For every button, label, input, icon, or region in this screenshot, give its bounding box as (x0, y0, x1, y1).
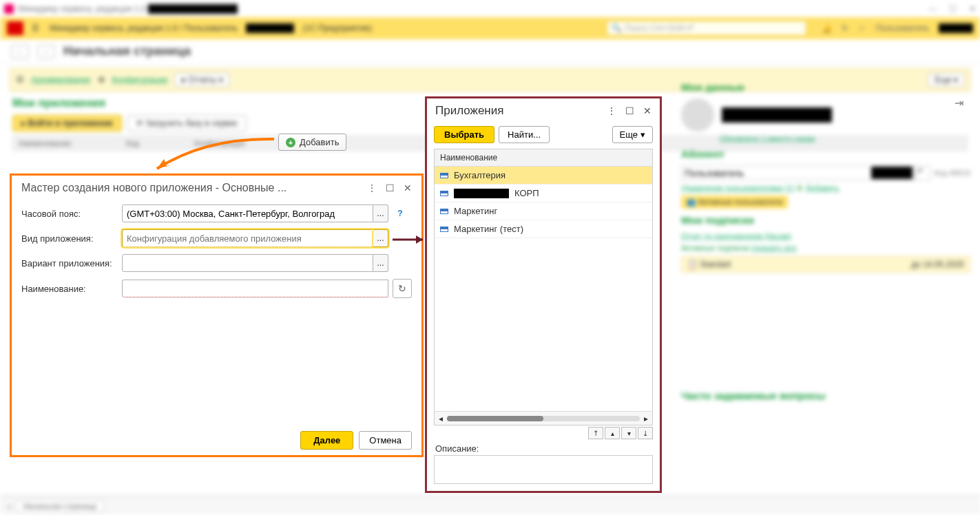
tz-field[interactable] (122, 204, 373, 222)
kind-field[interactable] (122, 229, 373, 247)
redacted-block (871, 167, 913, 179)
reports-button[interactable]: ● Отчеты ▾ (174, 73, 229, 87)
tab-start[interactable]: Начальная страница (16, 500, 104, 512)
list-item-label: Маркетинг (тест) (454, 224, 523, 234)
find-button[interactable]: Найти... (499, 126, 550, 143)
redacted-block (939, 23, 973, 33)
subscription-row[interactable]: 📋 Standart до 14.05.2020 (681, 256, 970, 273)
app-top-bar: ☰ Менеджер сервиса, редакция 1.0 / Польз… (0, 17, 980, 39)
minimize-icon[interactable]: — (928, 4, 937, 14)
list-item-label: Маркетинг (454, 206, 497, 216)
close-icon[interactable]: ✕ (969, 4, 976, 14)
breadcrumb-text: Менеджер сервиса, редакция 1.0 / Пользов… (50, 23, 238, 33)
back-button[interactable]: ← (11, 45, 29, 59)
next-button[interactable]: Далее (300, 431, 353, 450)
enter-app-button[interactable]: ▸ Войти в приложение (12, 115, 122, 132)
active-users-chip[interactable]: 👥 Активные пользователи (681, 196, 788, 209)
star-icon[interactable]: ☆ (858, 23, 866, 33)
kebab-icon[interactable]: ⋮ (605, 104, 618, 118)
list-item-label: КОРП (514, 188, 539, 198)
maximize-icon[interactable]: ☐ (383, 181, 397, 195)
breadcrumb-suffix: (1С:Предприятие) (302, 23, 372, 33)
abonent-title: Абонент (681, 148, 970, 160)
description-box[interactable] (434, 455, 653, 484)
updated-link[interactable]: Обновлено 1 минуту назад (720, 134, 970, 143)
mydata-title: Мои данные (681, 81, 970, 93)
load-db-button[interactable]: ⟳ Загрузить базу в сервис (127, 115, 247, 132)
help-icon[interactable]: ? (393, 209, 408, 218)
app-icon (4, 4, 14, 14)
page-title: Начальная страница (63, 44, 191, 59)
maximize-icon[interactable]: ☐ (949, 4, 957, 14)
config-icon (440, 227, 448, 232)
select-button[interactable]: Выбрать (434, 126, 494, 143)
list-item[interactable]: Маркетинг (435, 202, 652, 220)
name-label: Наименование: (21, 284, 118, 294)
history-icon[interactable]: ↻ (842, 23, 848, 33)
avatar (681, 98, 714, 132)
scroll-thumb[interactable] (447, 416, 543, 421)
scroll-left-icon[interactable]: ◂ (439, 414, 443, 423)
col-name: Наименование (19, 139, 71, 147)
redacted-block (722, 107, 832, 123)
exit-icon[interactable]: ⇥ (955, 96, 963, 109)
kind-label: Вид приложения: (21, 233, 118, 244)
variant-field-wrap: ... (122, 254, 388, 272)
show-all-link[interactable]: показать все (751, 244, 796, 252)
nav-down-button[interactable]: ▾ (621, 427, 636, 439)
user-label: Пользователь (875, 23, 929, 33)
archive-link[interactable]: Архивирование (31, 75, 91, 85)
chevron-down-icon: ▾ (640, 129, 645, 140)
more-button[interactable]: Еще ▾ (612, 126, 653, 143)
faq-title: Часто задаваемые вопросы (681, 390, 970, 401)
add-app-button[interactable]: + Добавить (278, 134, 346, 151)
global-search[interactable]: 🔍 Поиск Ctrl+Shift+F (607, 21, 806, 36)
nav-top-button[interactable]: ⤒ (588, 427, 603, 439)
col-conf: Конфигурация (194, 139, 245, 147)
kebab-icon[interactable]: ⋮ (365, 181, 379, 195)
apps-dialog-header: Приложения ⋮ ☐ ✕ (427, 98, 660, 123)
wizard-title: Мастер создания нового приложения - Осно… (21, 182, 361, 194)
variant-field[interactable] (122, 254, 373, 272)
close-icon[interactable]: ✕ (640, 104, 654, 118)
redacted-block (148, 4, 238, 14)
kind-picker-button[interactable]: ... (373, 229, 388, 247)
apps-dialog-title: Приложения (435, 104, 601, 118)
nav-bottom-button[interactable]: ⤓ (638, 427, 653, 439)
search-placeholder: Поиск Ctrl+Shift+F (625, 23, 694, 33)
active-subs-label: Активные подписки (681, 244, 749, 252)
cancel-button[interactable]: Отмена (359, 431, 412, 450)
apps-dialog-toolbar: Выбрать Найти... Еще ▾ (427, 123, 660, 146)
search-icon: 🔍 (612, 23, 622, 33)
archive-icon: ⦿ (16, 75, 24, 85)
plan-until: до 14.05.2020 (911, 260, 964, 269)
subs-report-link[interactable]: Отчет по приложениям (басам) (681, 232, 791, 240)
name-field[interactable] (122, 280, 388, 297)
list-item[interactable]: Маркетинг (тест) (435, 220, 652, 238)
name-field-wrap (122, 280, 388, 297)
menu-icon[interactable]: ☰ (32, 23, 41, 33)
nav-up-button[interactable]: ▴ (605, 427, 620, 439)
nav-row: ← → Начальная страница (0, 39, 980, 64)
plan-name: Standart (700, 260, 731, 269)
bell-icon[interactable]: 🔔 (822, 23, 832, 33)
list-item-label: Бухгалтерия (454, 170, 505, 180)
close-icon[interactable]: ✕ (401, 181, 415, 195)
forward-button[interactable]: → (37, 45, 55, 59)
home-icon[interactable]: ⌂ (7, 502, 12, 510)
maximize-icon[interactable]: ☐ (623, 104, 636, 118)
list-item[interactable]: КОРП (435, 185, 652, 202)
list-item[interactable]: Бухгалтерия (435, 167, 652, 185)
manage-users-link[interactable]: Управление пользователями (1) (681, 184, 794, 192)
tz-picker-button[interactable]: ... (373, 204, 388, 222)
abonent-open-button[interactable]: ↗ (915, 165, 930, 180)
variant-picker-button[interactable]: ... (373, 254, 388, 272)
scroll-right-icon[interactable]: ▸ (644, 414, 648, 423)
subs-title: Мои подписки (681, 214, 970, 226)
add-user-link[interactable]: Добавить (806, 184, 840, 192)
bottom-tabs: ⌂ Начальная страница (0, 496, 980, 515)
config-link[interactable]: Конфигурации (112, 75, 168, 85)
right-panel: Мои данные Обновлено 1 минуту назад Абон… (681, 76, 970, 407)
refresh-button[interactable]: ↻ (393, 279, 412, 298)
horizontal-scrollbar[interactable]: ◂ ▸ (435, 411, 652, 425)
